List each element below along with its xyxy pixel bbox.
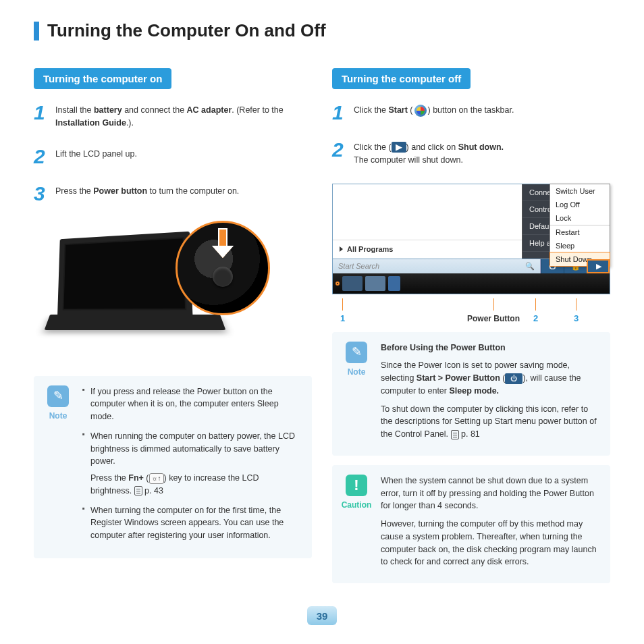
step-on-2: 2 Lift the LCD panel up.: [34, 146, 312, 167]
step-text: Click the Start () button on the taskbar…: [354, 103, 514, 117]
page-ref-icon: [134, 486, 142, 495]
note-label: Note: [42, 410, 74, 422]
arrow-menu-button[interactable]: ▶: [587, 259, 610, 273]
laptop-power-button: [213, 267, 233, 287]
step-number: 3: [34, 184, 49, 204]
arrow-button-icon: ▶: [392, 142, 406, 153]
triangle-right-icon: [340, 246, 343, 252]
taskbar-item[interactable]: [342, 276, 363, 291]
caution-label: Caution: [340, 499, 373, 511]
fly-log-off[interactable]: Log Off: [550, 198, 610, 211]
power-button-callout-circle: [176, 221, 270, 315]
step-text: Press the Power button to turn the compu…: [55, 184, 239, 198]
step-text: Lift the LCD panel up.: [55, 146, 137, 161]
fly-sleep[interactable]: Sleep: [550, 239, 610, 252]
exclamation-icon: !: [346, 475, 367, 496]
shutdown-flyout: Switch User Log Off Lock Restart Sleep S…: [549, 184, 610, 267]
step-text: Click the (▶) and click on Shut down.The…: [354, 140, 504, 167]
note-label: Note: [340, 366, 373, 378]
page-title-text: Turning the Computer On and Off: [47, 20, 326, 41]
step-number: 1: [34, 103, 49, 123]
laptop-base: [45, 314, 226, 329]
section-header-on: Turning the computer on: [34, 68, 171, 89]
start-button-highlight: [336, 281, 340, 286]
step-number: 1: [332, 103, 347, 123]
all-programs-item[interactable]: All Programs: [333, 240, 522, 258]
taskbar-item[interactable]: [365, 276, 385, 291]
pencil-icon: ✎: [346, 342, 367, 363]
step-on-3: 3 Press the Power button to turn the com…: [34, 184, 312, 204]
screenshot-annotations: 1 Power Button 2 3: [332, 298, 610, 332]
step-number: 2: [34, 146, 49, 167]
note-callout-left: ✎ Note If you press and release the Powe…: [34, 376, 312, 558]
note-item: When running the computer on battery pow…: [82, 430, 301, 498]
column-turning-on: Turning the computer on 1 Install the ba…: [34, 68, 312, 593]
step-number: 2: [332, 140, 347, 160]
start-search-input[interactable]: Start Search 🔍: [333, 259, 541, 273]
fly-switch-user[interactable]: Switch User: [550, 184, 610, 198]
page-title: Turning the Computer On and Off: [34, 20, 610, 41]
step-off-2: 2 Click the (▶) and click on Shut down.T…: [332, 140, 610, 167]
note-item: When turning the computer on for the fir…: [82, 504, 301, 542]
pencil-icon: ✎: [47, 385, 69, 407]
taskbar-item[interactable]: [388, 276, 400, 291]
taskbar: [333, 273, 610, 294]
fly-lock[interactable]: Lock: [550, 211, 610, 225]
step-on-1: 1 Install the battery and connect the AC…: [34, 103, 312, 130]
step-text: Install the battery and connect the AC a…: [55, 103, 312, 130]
note-item: If you press and release the Power butto…: [82, 385, 301, 423]
power-button-inline-icon: ⏻: [505, 373, 522, 384]
section-header-off: Turning the computer off: [332, 68, 471, 89]
step-off-1: 1 Click the Start () button on the taskb…: [332, 103, 610, 123]
start-menu-screenshot: All Programs Connect To Control Panel De…: [332, 184, 610, 294]
note-callout-right: ✎ Note Before Using the Power Button Sin…: [332, 332, 610, 456]
press-down-arrow-icon: [216, 228, 230, 258]
laptop-power-figure: [27, 214, 284, 363]
laptop-lid: [57, 231, 192, 315]
fly-restart[interactable]: Restart: [550, 225, 610, 239]
start-orb-icon: [413, 105, 428, 117]
column-turning-off: Turning the computer off 1 Click the Sta…: [332, 68, 610, 593]
caution-callout: ! Caution When the system cannot be shut…: [332, 465, 610, 583]
page-ref-icon: [451, 430, 459, 439]
search-icon: 🔍: [525, 262, 535, 271]
title-accent-bar: [34, 22, 39, 41]
page-number: 39: [307, 606, 337, 625]
brightness-up-key-icon: ☼↑: [149, 473, 164, 484]
